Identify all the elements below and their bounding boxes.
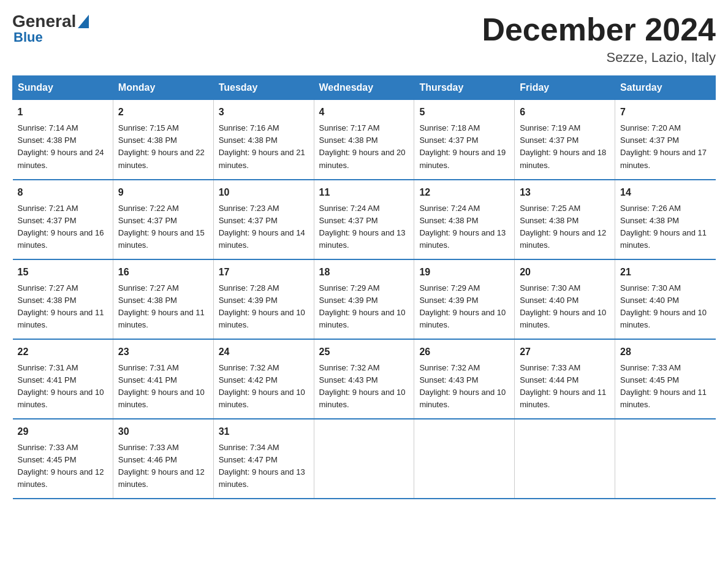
calendar-cell: 31Sunrise: 7:34 AMSunset: 4:47 PMDayligh…: [213, 419, 314, 499]
day-info: Sunrise: 7:33 AMSunset: 4:44 PMDaylight:…: [520, 362, 610, 412]
logo-blue-text: Blue: [13, 31, 43, 44]
day-info: Sunrise: 7:32 AMSunset: 4:42 PMDaylight:…: [219, 362, 309, 412]
calendar-cell: 4Sunrise: 7:17 AMSunset: 4:38 PMDaylight…: [314, 100, 414, 180]
day-info: Sunrise: 7:31 AMSunset: 4:41 PMDaylight:…: [18, 362, 108, 412]
calendar-cell: 23Sunrise: 7:31 AMSunset: 4:41 PMDayligh…: [113, 339, 213, 419]
calendar-cell: 16Sunrise: 7:27 AMSunset: 4:38 PMDayligh…: [113, 259, 213, 339]
day-number: 23: [118, 345, 208, 359]
day-info: Sunrise: 7:25 AMSunset: 4:38 PMDaylight:…: [520, 202, 610, 252]
col-header-sunday: Sunday: [13, 76, 113, 100]
day-info: Sunrise: 7:30 AMSunset: 4:40 PMDaylight:…: [520, 282, 610, 332]
day-info: Sunrise: 7:33 AMSunset: 4:45 PMDaylight:…: [620, 362, 710, 412]
calendar-cell: 6Sunrise: 7:19 AMSunset: 4:37 PMDaylight…: [515, 100, 615, 180]
day-number: 7: [620, 105, 710, 120]
calendar-cell: 21Sunrise: 7:30 AMSunset: 4:40 PMDayligh…: [615, 259, 716, 339]
calendar-cell: 15Sunrise: 7:27 AMSunset: 4:38 PMDayligh…: [13, 259, 113, 339]
calendar-cell: 10Sunrise: 7:23 AMSunset: 4:37 PMDayligh…: [213, 180, 314, 259]
day-number: 29: [18, 424, 108, 439]
day-number: 20: [520, 265, 610, 280]
day-info: Sunrise: 7:19 AMSunset: 4:37 PMDaylight:…: [520, 122, 610, 172]
calendar-cell: 12Sunrise: 7:24 AMSunset: 4:38 PMDayligh…: [414, 180, 515, 259]
calendar-week-row: 1Sunrise: 7:14 AMSunset: 4:38 PMDaylight…: [13, 100, 716, 180]
day-info: Sunrise: 7:29 AMSunset: 4:39 PMDaylight:…: [419, 282, 509, 332]
calendar-cell: 1Sunrise: 7:14 AMSunset: 4:38 PMDaylight…: [13, 100, 113, 180]
calendar-week-row: 29Sunrise: 7:33 AMSunset: 4:45 PMDayligh…: [13, 419, 716, 499]
day-info: Sunrise: 7:23 AMSunset: 4:37 PMDaylight:…: [219, 202, 309, 252]
day-info: Sunrise: 7:20 AMSunset: 4:37 PMDaylight:…: [620, 122, 710, 172]
day-number: 31: [219, 424, 309, 439]
day-number: 22: [18, 345, 108, 359]
day-info: Sunrise: 7:21 AMSunset: 4:37 PMDaylight:…: [18, 202, 108, 252]
svg-marker-0: [78, 15, 89, 28]
day-info: Sunrise: 7:30 AMSunset: 4:40 PMDaylight:…: [620, 282, 710, 332]
day-number: 15: [18, 265, 108, 280]
calendar-cell: 11Sunrise: 7:24 AMSunset: 4:37 PMDayligh…: [314, 180, 414, 259]
calendar-cell: 20Sunrise: 7:30 AMSunset: 4:40 PMDayligh…: [515, 259, 615, 339]
day-number: 27: [520, 345, 610, 359]
calendar-cell: 3Sunrise: 7:16 AMSunset: 4:38 PMDaylight…: [213, 100, 314, 180]
calendar-cell: [515, 419, 615, 499]
calendar-week-row: 15Sunrise: 7:27 AMSunset: 4:38 PMDayligh…: [13, 259, 716, 339]
day-number: 17: [219, 265, 309, 280]
calendar-cell: [414, 419, 515, 499]
day-info: Sunrise: 7:22 AMSunset: 4:37 PMDaylight:…: [118, 202, 208, 252]
calendar-week-row: 8Sunrise: 7:21 AMSunset: 4:37 PMDaylight…: [13, 180, 716, 259]
day-number: 8: [18, 185, 108, 200]
day-number: 5: [419, 105, 509, 120]
day-info: Sunrise: 7:15 AMSunset: 4:38 PMDaylight:…: [118, 122, 208, 172]
day-number: 9: [118, 185, 208, 200]
day-info: Sunrise: 7:34 AMSunset: 4:47 PMDaylight:…: [219, 442, 309, 491]
calendar-cell: 8Sunrise: 7:21 AMSunset: 4:37 PMDaylight…: [13, 180, 113, 259]
day-number: 2: [118, 105, 208, 120]
day-info: Sunrise: 7:27 AMSunset: 4:38 PMDaylight:…: [118, 282, 208, 332]
calendar-cell: [314, 419, 414, 499]
day-info: Sunrise: 7:28 AMSunset: 4:39 PMDaylight:…: [219, 282, 309, 332]
day-number: 3: [219, 105, 309, 120]
day-info: Sunrise: 7:17 AMSunset: 4:38 PMDaylight:…: [319, 122, 409, 172]
day-info: Sunrise: 7:27 AMSunset: 4:38 PMDaylight:…: [18, 282, 108, 332]
day-number: 13: [520, 185, 610, 200]
day-info: Sunrise: 7:24 AMSunset: 4:38 PMDaylight:…: [419, 202, 509, 252]
day-number: 14: [620, 185, 710, 200]
calendar-cell: 22Sunrise: 7:31 AMSunset: 4:41 PMDayligh…: [13, 339, 113, 419]
calendar-cell: 5Sunrise: 7:18 AMSunset: 4:37 PMDaylight…: [414, 100, 515, 180]
calendar-cell: 25Sunrise: 7:32 AMSunset: 4:43 PMDayligh…: [314, 339, 414, 419]
calendar-cell: 27Sunrise: 7:33 AMSunset: 4:44 PMDayligh…: [515, 339, 615, 419]
calendar-cell: 19Sunrise: 7:29 AMSunset: 4:39 PMDayligh…: [414, 259, 515, 339]
day-number: 24: [219, 345, 309, 359]
calendar-cell: 9Sunrise: 7:22 AMSunset: 4:37 PMDaylight…: [113, 180, 213, 259]
day-number: 21: [620, 265, 710, 280]
day-number: 6: [520, 105, 610, 120]
calendar-cell: 26Sunrise: 7:32 AMSunset: 4:43 PMDayligh…: [414, 339, 515, 419]
col-header-tuesday: Tuesday: [213, 76, 314, 100]
calendar-cell: 29Sunrise: 7:33 AMSunset: 4:45 PMDayligh…: [13, 419, 113, 499]
calendar-cell: 14Sunrise: 7:26 AMSunset: 4:38 PMDayligh…: [615, 180, 716, 259]
day-info: Sunrise: 7:29 AMSunset: 4:39 PMDaylight:…: [319, 282, 409, 332]
calendar-cell: 13Sunrise: 7:25 AMSunset: 4:38 PMDayligh…: [515, 180, 615, 259]
calendar-cell: 18Sunrise: 7:29 AMSunset: 4:39 PMDayligh…: [314, 259, 414, 339]
day-number: 26: [419, 345, 509, 359]
day-info: Sunrise: 7:33 AMSunset: 4:46 PMDaylight:…: [118, 442, 208, 491]
day-number: 25: [319, 345, 409, 359]
calendar-cell: 2Sunrise: 7:15 AMSunset: 4:38 PMDaylight…: [113, 100, 213, 180]
day-info: Sunrise: 7:31 AMSunset: 4:41 PMDaylight:…: [118, 362, 208, 412]
day-info: Sunrise: 7:16 AMSunset: 4:38 PMDaylight:…: [219, 122, 309, 172]
day-info: Sunrise: 7:14 AMSunset: 4:38 PMDaylight:…: [18, 122, 108, 172]
day-number: 18: [319, 265, 409, 280]
day-info: Sunrise: 7:32 AMSunset: 4:43 PMDaylight:…: [419, 362, 509, 412]
calendar-cell: 17Sunrise: 7:28 AMSunset: 4:39 PMDayligh…: [213, 259, 314, 339]
logo-triangle-icon: [78, 15, 89, 31]
day-number: 28: [620, 345, 710, 359]
day-number: 4: [319, 105, 409, 120]
day-number: 19: [419, 265, 509, 280]
day-number: 16: [118, 265, 208, 280]
calendar-cell: 7Sunrise: 7:20 AMSunset: 4:37 PMDaylight…: [615, 100, 716, 180]
day-number: 10: [219, 185, 309, 200]
col-header-thursday: Thursday: [414, 76, 515, 100]
page-header: General Blue December 2024 Sezze, Lazio,…: [12, 12, 716, 66]
calendar-cell: 30Sunrise: 7:33 AMSunset: 4:46 PMDayligh…: [113, 419, 213, 499]
title-block: December 2024 Sezze, Lazio, Italy: [482, 12, 716, 66]
day-info: Sunrise: 7:33 AMSunset: 4:45 PMDaylight:…: [18, 442, 108, 491]
day-info: Sunrise: 7:18 AMSunset: 4:37 PMDaylight:…: [419, 122, 509, 172]
calendar-week-row: 22Sunrise: 7:31 AMSunset: 4:41 PMDayligh…: [13, 339, 716, 419]
